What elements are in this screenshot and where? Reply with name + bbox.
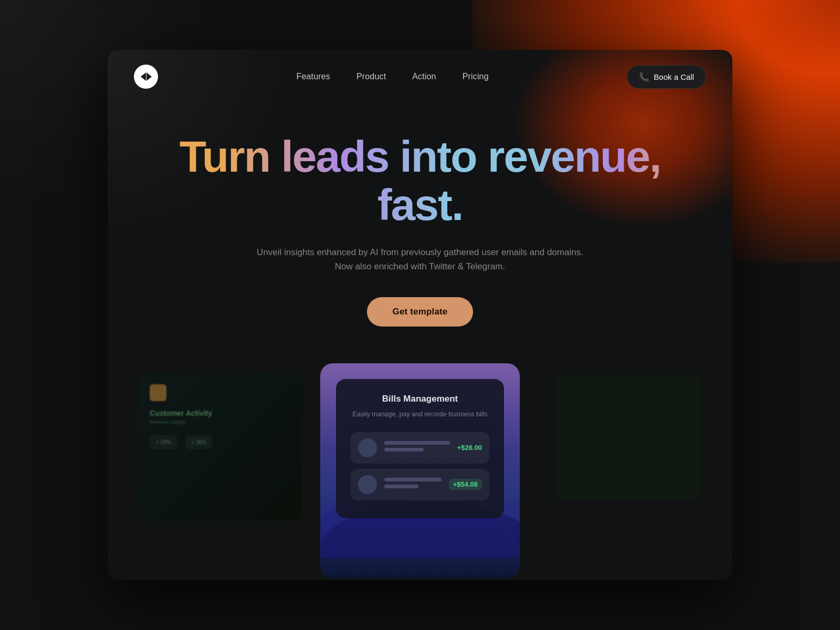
hero-subtitle-line2: Now also enriched with Twitter & Telegra… (335, 261, 505, 271)
bill-row-2: +$54.08 (351, 469, 489, 500)
bill-info-1 (384, 441, 450, 455)
book-call-button[interactable]: 📞 Book a Call (627, 65, 706, 89)
left-screenshot: Customer Activity Revenue insights + 24%… (139, 374, 302, 521)
bills-card-title: Bills Management (351, 394, 489, 404)
navbar: Features Product Action Pricing 📞 Book a… (108, 50, 732, 103)
logo-arrow-left-icon (141, 72, 146, 81)
bill-line-2b (384, 485, 418, 488)
nav-item-product[interactable]: Product (356, 72, 386, 81)
nav-link-features[interactable]: Features (297, 72, 330, 81)
bills-card: Bills Management Easily manage, pay and … (336, 379, 504, 518)
main-window: Features Product Action Pricing 📞 Book a… (108, 50, 732, 580)
left-screenshot-title: Customer Activity (150, 409, 291, 417)
stat-1: + 24% (150, 435, 177, 449)
nav-item-action[interactable]: Action (412, 72, 436, 81)
right-screenshot (554, 374, 701, 500)
nav-item-pricing[interactable]: Pricing (463, 72, 489, 81)
phone-icon: 📞 (639, 72, 649, 82)
hero-subtitle-line1: Unveil insights enhanced by AI from prev… (257, 247, 583, 257)
left-screenshot-stats: + 24% + 38% (150, 435, 291, 449)
hero-visual: Customer Activity Revenue insights + 24%… (108, 363, 732, 579)
bill-amount-1: +$26.00 (457, 444, 482, 452)
hero-section: Turn leads into revenue, fast. Unveil in… (108, 103, 732, 348)
bills-card-subtitle: Easily manage, pay and recorde business … (351, 410, 489, 419)
book-call-label: Book a Call (654, 72, 694, 81)
stat-2: + 38% (185, 435, 213, 449)
bill-line-1b (384, 448, 424, 452)
nav-link-pricing[interactable]: Pricing (463, 72, 489, 81)
logo[interactable] (134, 65, 158, 89)
bill-avatar-1 (358, 438, 377, 457)
hero-subtitle: Unveil insights enhanced by AI from prev… (139, 245, 701, 274)
left-screenshot-sub: Revenue insights (150, 419, 291, 425)
nav-links: Features Product Action Pricing (297, 72, 489, 81)
bill-row-1: +$26.00 (351, 432, 489, 464)
bill-line-2a (384, 478, 442, 481)
center-card-bg: Bills Management Easily manage, pay and … (320, 363, 520, 579)
bill-avatar-2 (358, 475, 377, 494)
bill-line-1a (384, 441, 450, 445)
nav-link-product[interactable]: Product (356, 72, 386, 81)
left-screenshot-icon (150, 384, 166, 401)
center-card-wrapper: Bills Management Easily manage, pay and … (320, 363, 520, 579)
nav-item-features[interactable]: Features (297, 72, 330, 81)
bill-info-2 (384, 478, 442, 491)
bill-amount-2: +$54.08 (449, 479, 482, 490)
hero-title: Turn leads into revenue, fast. (139, 132, 701, 229)
nav-link-action[interactable]: Action (412, 72, 436, 81)
logo-arrow-right-icon (146, 72, 152, 81)
get-template-button[interactable]: Get template (367, 297, 472, 327)
